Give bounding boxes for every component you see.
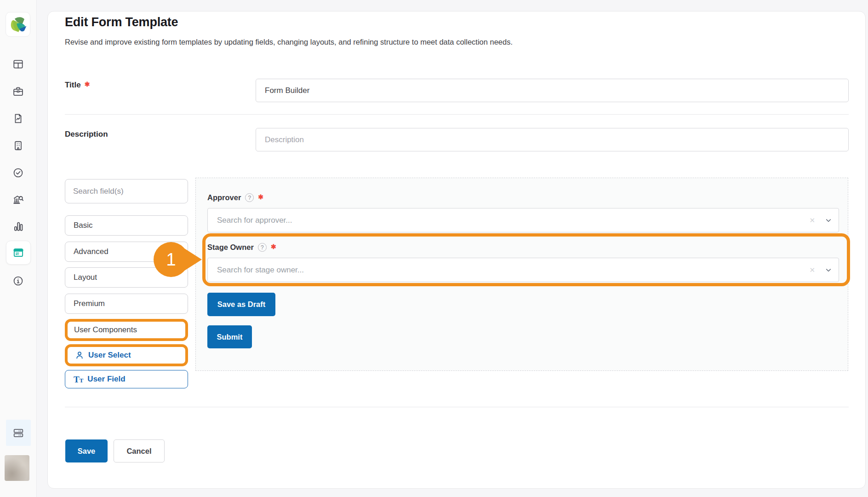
sidebar-item-audit[interactable] (8, 190, 29, 210)
palette-item-label: User Select (88, 351, 131, 360)
palette-item-user-field[interactable]: TT User Field (65, 370, 188, 388)
clear-icon[interactable]: ✕ (809, 216, 815, 225)
approver-label: Approver ? ✱ (207, 193, 263, 202)
brand-logo-icon (8, 15, 28, 34)
divider (65, 407, 849, 407)
form-builder-icon (12, 247, 24, 259)
required-asterisk: ✱ (258, 193, 263, 201)
server-icon (12, 427, 24, 439)
sidebar-item-reports[interactable] (8, 108, 29, 128)
app-logo[interactable] (6, 12, 30, 37)
text-field-icon: TT (74, 375, 83, 384)
chevron-down-icon[interactable] (825, 266, 832, 274)
save-button[interactable]: Save (65, 439, 108, 462)
user-avatar[interactable] (5, 455, 29, 481)
title-input[interactable] (256, 79, 849, 102)
page-subtitle: Revise and improve existing form templat… (65, 38, 513, 46)
sidebar (0, 0, 37, 497)
report-document-icon (12, 113, 24, 124)
palette-item-user-select[interactable]: User Select (75, 351, 131, 360)
description-label: Description (65, 130, 108, 139)
bank-search-icon (12, 194, 24, 206)
stage-owner-label: Stage Owner ? ✱ (207, 243, 276, 252)
palette-category-advanced[interactable]: Advanced (65, 242, 188, 262)
form-canvas: Approver ? ✱ Search for approver... ✕ St… (195, 178, 848, 371)
main-panel: Edit Form Template Revise and improve ex… (47, 11, 866, 489)
palette-category-premium[interactable]: Premium (65, 294, 188, 314)
building-icon (12, 140, 24, 151)
palette-category-basic[interactable]: Basic (65, 215, 188, 236)
description-input[interactable] (256, 128, 849, 151)
page-title: Edit Form Template (65, 15, 178, 29)
submit-button[interactable]: Submit (207, 325, 252, 348)
sidebar-item-analytics[interactable] (8, 216, 29, 237)
approver-placeholder: Search for approver... (217, 216, 809, 225)
sidebar-item-environments[interactable] (6, 420, 31, 446)
info-icon (12, 275, 24, 287)
help-icon[interactable]: ? (245, 193, 254, 202)
person-icon (75, 351, 84, 360)
cancel-button[interactable]: Cancel (114, 439, 165, 462)
stage-owner-select[interactable]: Search for stage owner... ✕ (207, 258, 839, 282)
sidebar-item-info[interactable] (8, 271, 29, 291)
approver-select[interactable]: Search for approver... ✕ (207, 208, 839, 232)
palette-item-label: User Field (87, 375, 125, 384)
check-circle-icon (12, 167, 24, 179)
title-label: Title✱ (65, 81, 90, 90)
sidebar-item-projects[interactable] (8, 81, 29, 101)
clear-icon[interactable]: ✕ (809, 266, 815, 274)
sidebar-item-dashboard[interactable] (8, 54, 29, 74)
dashboard-icon (12, 58, 24, 70)
save-as-draft-button[interactable]: Save as Draft (207, 293, 275, 316)
annotation-highlight-user-components: User Components (65, 319, 188, 341)
required-asterisk: ✱ (85, 81, 90, 88)
help-icon[interactable]: ? (258, 243, 267, 252)
sidebar-item-approvals[interactable] (8, 162, 29, 183)
divider (65, 114, 849, 115)
annotation-highlight-user-select: User Select (65, 344, 188, 366)
palette-category-user-components[interactable]: User Components (74, 325, 137, 335)
required-asterisk: ✱ (271, 243, 276, 250)
bar-chart-icon (12, 220, 24, 232)
sidebar-item-organization[interactable] (8, 135, 29, 156)
chevron-down-icon[interactable] (825, 217, 832, 224)
sidebar-item-form-builder-active[interactable] (6, 241, 31, 265)
field-search-input[interactable] (65, 179, 188, 203)
briefcase-icon (12, 86, 24, 97)
palette-category-layout[interactable]: Layout (65, 267, 188, 288)
stage-owner-placeholder: Search for stage owner... (217, 266, 809, 275)
